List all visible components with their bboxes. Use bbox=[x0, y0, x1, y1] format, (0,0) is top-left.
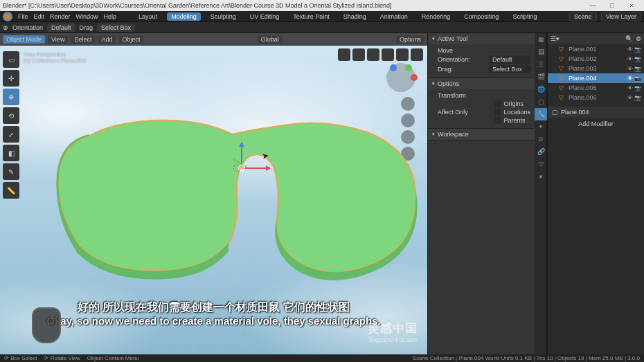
scene-dropdown[interactable]: Scene bbox=[569, 12, 597, 21]
outliner-item[interactable]: ▽Plane.001👁 📷 bbox=[548, 44, 644, 54]
tab-layout[interactable]: Layout bbox=[134, 12, 161, 21]
window-minimize[interactable]: — bbox=[583, 2, 602, 9]
menu-select[interactable]: Select bbox=[71, 35, 95, 44]
affect-origins-checkbox[interactable]: Origins bbox=[494, 100, 530, 107]
menu-window[interactable]: Window bbox=[76, 13, 98, 20]
properties-breadcrumb: ▢ Plane.004 bbox=[548, 107, 644, 118]
panel-active-tool-header[interactable]: Active Tool bbox=[428, 33, 535, 44]
mouse-indicator-icon bbox=[32, 307, 61, 343]
tool-measure[interactable]: 📏 bbox=[3, 182, 19, 199]
outliner-filter-icon[interactable]: ☰▾ bbox=[551, 35, 560, 42]
tab-material-props-icon[interactable]: ● bbox=[535, 170, 547, 183]
blender-logo-icon[interactable] bbox=[3, 12, 12, 21]
menu-file[interactable]: File bbox=[18, 13, 28, 20]
tab-shading[interactable]: Shading bbox=[339, 12, 370, 21]
tab-modeling[interactable]: Modeling bbox=[167, 12, 201, 21]
affect-parents-checkbox[interactable]: Parents bbox=[494, 117, 530, 124]
outliner-item[interactable]: ▽Plane.005👁 📷 bbox=[548, 83, 644, 93]
menu-view[interactable]: View bbox=[48, 35, 68, 44]
shading-wireframe-icon[interactable] bbox=[367, 48, 379, 61]
tab-compositing[interactable]: Compositing bbox=[460, 12, 503, 21]
mesh-plane-004[interactable] bbox=[42, 108, 427, 288]
orientation-label: Orientation bbox=[12, 24, 43, 31]
options-dropdown[interactable]: Options bbox=[396, 35, 424, 44]
tool-drag-field[interactable]: Select Box bbox=[489, 65, 530, 73]
tool-scale[interactable]: ⤢ bbox=[3, 126, 19, 143]
outliner-item[interactable]: ▽Plane.006👁 📷 bbox=[548, 93, 644, 102]
left-toolbar: ▭ ✛ ✥ ⟲ ⤢ ◧ ✎ 📏 bbox=[3, 51, 19, 199]
drag-label: Drag bbox=[80, 24, 93, 31]
tab-particle-props-icon[interactable]: ✦ bbox=[535, 120, 547, 133]
shading-solid-icon[interactable] bbox=[382, 48, 394, 61]
properties-tabs: ▦ 🖼 ☰ 🎬 🌐 ▢ 🔧 ✦ ⊙ 🔗 ▽ ● bbox=[535, 33, 547, 356]
window-maximize[interactable]: □ bbox=[602, 2, 622, 9]
tab-output-props-icon[interactable]: 🖼 bbox=[535, 46, 547, 58]
menu-object[interactable]: Object bbox=[118, 35, 143, 44]
outliner-item[interactable]: ▽Plane.002👁 📷 bbox=[548, 54, 644, 64]
shading-rendered-icon[interactable] bbox=[411, 48, 423, 61]
tab-world-props-icon[interactable]: 🌐 bbox=[535, 83, 547, 96]
menu-add[interactable]: Add bbox=[98, 35, 116, 44]
tab-constraint-props-icon[interactable]: 🔗 bbox=[535, 145, 547, 158]
menu-render[interactable]: Render bbox=[50, 13, 71, 20]
viewport-header: Object Mode View Select Add Object Globa… bbox=[0, 33, 427, 46]
tool-cursor[interactable]: ✛ bbox=[3, 70, 19, 87]
top-menu-bar: File Edit Render Window Help Layout Mode… bbox=[0, 11, 644, 22]
overlay-toggle-icon[interactable] bbox=[338, 48, 350, 61]
status-bar: ⟳ Box Select ⟳ Rotate View Object Contex… bbox=[0, 354, 644, 362]
status-left-3: Object Context Menu bbox=[87, 355, 139, 361]
tab-physics-props-icon[interactable]: ⊙ bbox=[535, 133, 547, 145]
tab-scripting[interactable]: Scripting bbox=[508, 12, 541, 21]
outliner-list: ▽Plane.001👁 📷 ▽Plane.002👁 📷 ▽Plane.003👁 … bbox=[548, 44, 644, 102]
window-close[interactable]: × bbox=[622, 2, 641, 9]
status-left-1: ⟳ Box Select bbox=[4, 355, 37, 361]
outliner-search-icon[interactable]: 🔍 bbox=[625, 35, 633, 42]
tab-animation[interactable]: Animation bbox=[376, 12, 412, 21]
status-left-2: ⟳ Rotate View bbox=[44, 355, 80, 361]
window-titlebar: Blender* [C:\Users\User\Desktop\3DWork\C… bbox=[0, 0, 644, 11]
orientation-value[interactable]: Default bbox=[47, 24, 75, 32]
viewlayer-dropdown[interactable]: View Layer bbox=[601, 12, 641, 21]
watermark: 灵感中国 lingganchina.com bbox=[368, 320, 418, 343]
xray-toggle-icon[interactable] bbox=[352, 48, 365, 61]
tab-object-props-icon[interactable]: ▢ bbox=[535, 96, 547, 108]
prop-object-icon: ▢ bbox=[552, 109, 558, 116]
n-panel: Active Tool Move Orientation:Default Dra… bbox=[427, 33, 535, 356]
navigation-gizmo[interactable] bbox=[384, 61, 418, 94]
window-title: Blender* [C:\Users\User\Desktop\3DWork\C… bbox=[3, 2, 392, 9]
shading-matprev-icon[interactable] bbox=[396, 48, 409, 61]
tab-sculpting[interactable]: Sculpting bbox=[206, 12, 240, 21]
tab-rendering[interactable]: Rendering bbox=[418, 12, 455, 21]
drag-value[interactable]: Select Box bbox=[97, 24, 135, 32]
tab-scene-props-icon[interactable]: 🎬 bbox=[535, 71, 547, 83]
tool-name: Move bbox=[438, 47, 453, 54]
tool-transform[interactable]: ◧ bbox=[3, 145, 19, 161]
tab-viewlayer-props-icon[interactable]: ☰ bbox=[535, 58, 547, 71]
tool-move[interactable]: ✥ bbox=[3, 89, 19, 105]
tab-texture-paint[interactable]: Texture Paint bbox=[289, 12, 334, 21]
viewport-stats: User Perspective (1) Collection | Plane.… bbox=[24, 51, 86, 64]
orientation-global[interactable]: Global bbox=[258, 35, 283, 44]
3d-viewport[interactable]: Object Mode View Select Add Object Globa… bbox=[0, 33, 427, 356]
status-right: Scene Collection | Plane.004 World Units… bbox=[413, 355, 640, 361]
menu-help[interactable]: Help bbox=[104, 13, 117, 20]
menu-edit[interactable]: Edit bbox=[34, 13, 45, 20]
tab-modifier-props-icon[interactable]: 🔧 bbox=[535, 108, 547, 120]
outliner-filter-btn-icon[interactable]: ⚙ bbox=[636, 35, 641, 42]
panel-options-header[interactable]: Options bbox=[428, 78, 535, 89]
tool-select-box[interactable]: ▭ bbox=[3, 51, 19, 68]
panel-workspace-header[interactable]: Workspace bbox=[428, 129, 535, 140]
orientation-icon: ⊕ bbox=[3, 24, 8, 31]
affect-locations-checkbox[interactable]: Locations bbox=[494, 109, 530, 116]
mode-dropdown[interactable]: Object Mode bbox=[3, 35, 45, 44]
tool-settings-bar: ⊕ Orientation Default Drag Select Box bbox=[0, 22, 644, 33]
tool-rotate[interactable]: ⟲ bbox=[3, 107, 19, 124]
tool-annotate[interactable]: ✎ bbox=[3, 163, 19, 180]
tab-mesh-props-icon[interactable]: ▽ bbox=[535, 158, 547, 170]
add-modifier-button[interactable]: Add Modifier bbox=[551, 120, 641, 127]
outliner-item[interactable]: ▽Plane.003👁 📷 bbox=[548, 64, 644, 73]
tab-render-props-icon[interactable]: ▦ bbox=[535, 33, 547, 46]
tab-uv-editing[interactable]: UV Editing bbox=[246, 12, 284, 21]
outliner-item-selected[interactable]: ▽Plane.004👁 📷 bbox=[548, 73, 644, 83]
tool-orientation-field[interactable]: Default bbox=[489, 55, 530, 64]
